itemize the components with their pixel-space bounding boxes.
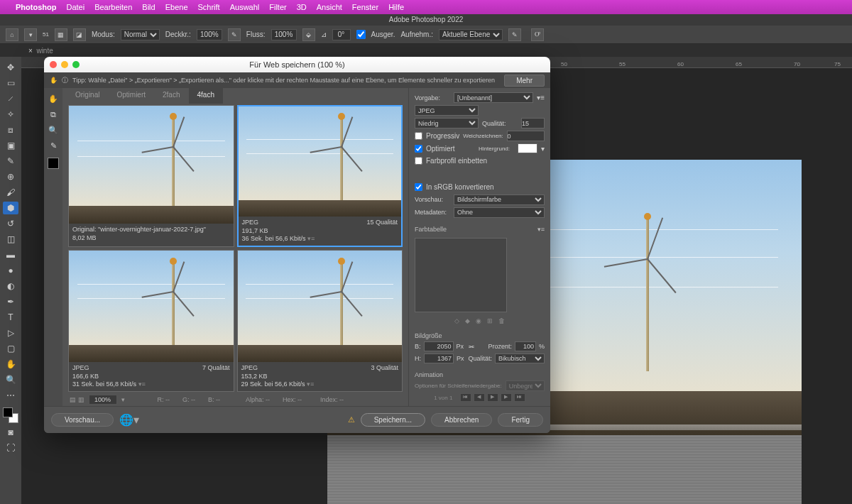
weichzeichnen-input[interactable] bbox=[507, 131, 545, 141]
vorschau-select[interactable]: Bildschirmfarbe bbox=[454, 195, 545, 205]
hand-mini-icon[interactable]: ✋ bbox=[50, 77, 58, 84]
modus-select[interactable]: Normal bbox=[121, 29, 160, 40]
ct-icon-2[interactable]: ◆ bbox=[465, 317, 470, 324]
dlg-zoom-icon[interactable]: 🔍 bbox=[47, 124, 60, 136]
blur-tool-icon[interactable]: ● bbox=[3, 264, 18, 277]
angle-input[interactable] bbox=[332, 29, 351, 40]
last-frame-icon[interactable]: ⏭ bbox=[514, 393, 525, 402]
vorgabe-select[interactable]: [Unbenannt] bbox=[454, 92, 533, 103]
tab-optimiert[interactable]: Optimiert bbox=[108, 88, 154, 104]
next-frame-icon[interactable]: ▶ bbox=[501, 393, 512, 402]
ct-icon-5[interactable]: 🗑 bbox=[498, 317, 505, 324]
progressiv-checkbox[interactable] bbox=[415, 132, 422, 140]
marquee-tool-icon[interactable]: ▭ bbox=[3, 77, 18, 89]
shape-tool-icon[interactable]: ▢ bbox=[3, 342, 18, 355]
stamp-tool-icon[interactable]: ⬢ bbox=[3, 202, 18, 214]
mehr-button[interactable]: Mehr bbox=[504, 75, 545, 87]
percent-input[interactable] bbox=[515, 341, 536, 351]
path-tool-icon[interactable]: ▷ bbox=[3, 327, 18, 339]
farbprofil-checkbox[interactable] bbox=[415, 157, 422, 165]
menu-datei[interactable]: Datei bbox=[66, 3, 84, 11]
dlg-slice-icon[interactable]: ⧉ bbox=[47, 108, 60, 121]
tab-original[interactable]: Original bbox=[67, 88, 108, 104]
layout-icon[interactable]: ▤ ▥ bbox=[70, 396, 84, 403]
lasso-tool-icon[interactable]: ⟋ bbox=[3, 92, 18, 105]
speichern-button[interactable]: Speichern... bbox=[361, 413, 425, 427]
quickmask-icon[interactable]: ◙ bbox=[3, 426, 18, 439]
crop-tool-icon[interactable]: ⧈ bbox=[3, 124, 18, 136]
menu-ansicht[interactable]: Ansicht bbox=[317, 3, 342, 11]
mac-menubar[interactable]: Photoshop Datei Bearbeiten Bild Ebene Sc… bbox=[0, 0, 852, 14]
preview-cell-1[interactable]: JPEG15 Qualität191,7 KB36 Sek. bei 56,6 … bbox=[237, 105, 403, 247]
play-icon[interactable]: ▶ bbox=[487, 393, 498, 402]
wand-tool-icon[interactable]: ✧ bbox=[3, 108, 18, 121]
eraser-tool-icon[interactable]: ◫ bbox=[3, 233, 18, 246]
prev-frame-icon[interactable]: ◀ bbox=[474, 393, 485, 402]
heal-tool-icon[interactable]: ⊕ bbox=[3, 170, 18, 183]
format-select[interactable]: JPEG bbox=[415, 105, 479, 116]
menu-schrift[interactable]: Schrift bbox=[198, 3, 220, 11]
dodge-tool-icon[interactable]: ◐ bbox=[3, 280, 18, 292]
menu-ebene[interactable]: Ebene bbox=[165, 3, 188, 11]
menu-hilfe[interactable]: Hilfe bbox=[388, 3, 404, 11]
hand-tool-icon[interactable]: ✋ bbox=[3, 358, 18, 371]
gradient-tool-icon[interactable]: ▬ bbox=[3, 248, 18, 261]
resample-select[interactable]: Bikubisch bbox=[495, 354, 545, 363]
ct-icon-1[interactable]: ◇ bbox=[454, 317, 459, 324]
aufnehm-select[interactable]: Aktuelle Ebene bbox=[439, 29, 503, 40]
menu-fenster[interactable]: Fenster bbox=[352, 3, 378, 11]
preview-cell-3[interactable]: JPEG3 Qualität153,2 KB29 Sek. bei 56,6 K… bbox=[237, 250, 403, 392]
move-tool-icon[interactable]: ✥ bbox=[3, 61, 18, 74]
more-tools-icon[interactable]: ⋯ bbox=[3, 389, 18, 402]
brush-tool-icon[interactable]: 🖌 bbox=[3, 186, 18, 199]
brush-preset-icon[interactable]: ▾ bbox=[24, 28, 37, 41]
home-icon[interactable]: ⌂ bbox=[6, 28, 18, 41]
farbtabelle-menu-icon[interactable]: ▾≡ bbox=[537, 226, 545, 233]
ausger-checkbox[interactable] bbox=[356, 30, 366, 39]
tab-2fach[interactable]: 2fach bbox=[154, 88, 188, 104]
zoom-dropdown-icon[interactable]: ▾ bbox=[121, 396, 125, 403]
menu-filter[interactable]: Filter bbox=[269, 3, 286, 11]
zoom-input[interactable] bbox=[89, 395, 117, 405]
dialog-titlebar[interactable]: Für Web speichern (100 %) bbox=[44, 57, 550, 72]
deckkr-input[interactable] bbox=[197, 29, 222, 40]
height-input[interactable] bbox=[424, 354, 454, 363]
frame-tool-icon[interactable]: ▣ bbox=[3, 139, 18, 152]
airbrush-icon[interactable]: ⬙ bbox=[302, 28, 315, 41]
menu-app[interactable]: Photoshop bbox=[16, 3, 56, 11]
pen-tool-icon[interactable]: ✒ bbox=[3, 295, 18, 308]
history-brush-tool-icon[interactable]: ↺ bbox=[3, 217, 18, 230]
srgb-checkbox[interactable] bbox=[415, 183, 422, 191]
screenmode-icon[interactable]: ⛶ bbox=[3, 442, 18, 454]
bg-dropdown-icon[interactable]: ▾ bbox=[541, 145, 545, 153]
fluss-input[interactable] bbox=[271, 29, 297, 40]
ct-icon-4[interactable]: ⊞ bbox=[487, 317, 493, 324]
quality-preset-select[interactable]: Niedrig bbox=[415, 118, 479, 128]
dlg-eyedrop-icon[interactable]: ✎ bbox=[47, 139, 60, 152]
preview-cell-original[interactable]: Original: "winter-overnighter-januar-202… bbox=[68, 105, 234, 247]
brush-settings-icon[interactable]: ◪ bbox=[73, 28, 86, 41]
hintergrund-color[interactable] bbox=[518, 143, 537, 153]
width-input[interactable] bbox=[424, 341, 454, 351]
vorschau-button[interactable]: Vorschau... bbox=[51, 413, 114, 427]
preset-menu-icon[interactable]: ▾≡ bbox=[537, 94, 545, 102]
quality-input[interactable] bbox=[521, 118, 545, 128]
pressure-size-icon[interactable]: ✎ bbox=[508, 28, 521, 41]
first-frame-icon[interactable]: ⏮ bbox=[460, 393, 471, 402]
menu-auswahl[interactable]: Auswahl bbox=[230, 3, 260, 11]
fertig-button[interactable]: Fertig bbox=[498, 413, 543, 427]
browser-icon[interactable]: 🌐▾ bbox=[119, 413, 139, 427]
document-tab[interactable]: × winte bbox=[0, 44, 852, 57]
dlg-color-swatch[interactable] bbox=[48, 158, 59, 169]
eyedropper-tool-icon[interactable]: ✎ bbox=[3, 155, 18, 168]
symmetry-icon[interactable]: Ꝍ bbox=[531, 28, 544, 41]
abbrechen-button[interactable]: Abbrechen bbox=[431, 413, 492, 427]
zoom-tool-icon[interactable]: 🔍 bbox=[3, 373, 18, 386]
window-controls[interactable] bbox=[50, 61, 80, 68]
color-swatches[interactable] bbox=[3, 407, 18, 423]
preview-cell-2[interactable]: JPEG7 Qualität166,6 KB31 Sek. bei 56,8 K… bbox=[68, 250, 234, 392]
tab-4fach[interactable]: 4fach bbox=[189, 88, 223, 104]
type-tool-icon[interactable]: T bbox=[3, 311, 18, 324]
link-icon[interactable]: ⫘ bbox=[468, 343, 474, 350]
dlg-hand-icon[interactable]: ✋ bbox=[47, 92, 60, 105]
